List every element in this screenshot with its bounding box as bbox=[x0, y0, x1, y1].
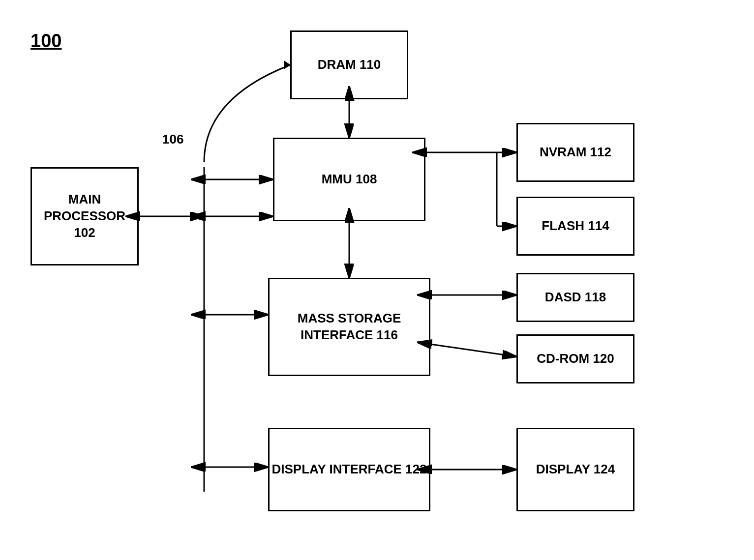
mass-storage-interface-box: MASS STORAGE INTERFACE 116 bbox=[268, 278, 430, 376]
main-processor-box: MAIN PROCESSOR 102 bbox=[30, 167, 139, 265]
mmu-box: MMU 108 bbox=[273, 138, 425, 221]
nvram-box: NVRAM 112 bbox=[516, 123, 634, 182]
display-interface-box: DISPLAY INTERFACE 122 bbox=[268, 428, 430, 511]
dram-box: DRAM 110 bbox=[290, 30, 408, 99]
cd-rom-box: CD-ROM 120 bbox=[516, 334, 634, 383]
diagram: 100 106 MAIN PROCESSOR 102 DRAM 110 MMU … bbox=[0, 0, 754, 560]
flash-box: FLASH 114 bbox=[516, 197, 634, 256]
svg-marker-6 bbox=[284, 61, 290, 69]
bus-label: 106 bbox=[162, 132, 183, 147]
svg-line-13 bbox=[430, 344, 515, 356]
display-box: DISPLAY 124 bbox=[516, 428, 634, 511]
dasd-box: DASD 118 bbox=[516, 273, 634, 322]
system-label: 100 bbox=[30, 30, 61, 52]
